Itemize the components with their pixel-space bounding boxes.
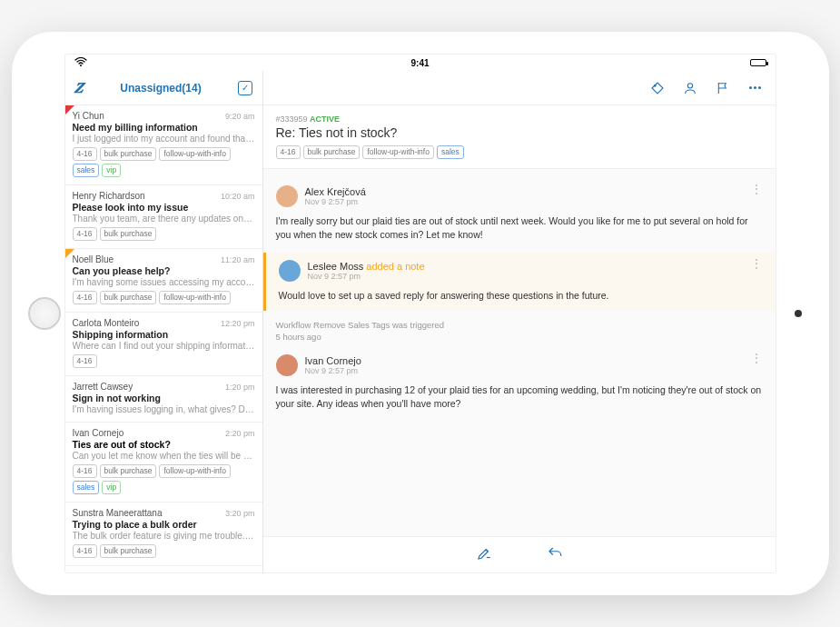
svg-point-1	[654, 85, 656, 86]
ticket-status: ACTIVE	[310, 114, 340, 124]
tag: sales	[73, 481, 100, 494]
priority-marker	[65, 249, 74, 258]
subject: Can you please help?	[73, 265, 255, 276]
conversation-item[interactable]: Noell Blue 11:20 am Can you please help?…	[65, 249, 262, 313]
message-time: Nov 9 2:57 pm	[305, 197, 366, 206]
contact-name: Sunstra Maneerattana	[73, 508, 163, 518]
preview: The bulk order feature is giving me trou…	[73, 531, 255, 541]
app-logo-icon[interactable]: 𝒁	[74, 80, 84, 96]
tag: bulk purchase	[100, 291, 157, 304]
contact-name: Ivan Cornejo	[73, 428, 124, 438]
preview: I just logged into my account and found …	[73, 134, 255, 144]
note-label: added a note	[366, 261, 424, 272]
battery-icon	[750, 59, 766, 66]
tag: follow-up-with-info	[159, 291, 231, 304]
ticket-tags: 4-16bulk purchasefollow-up-with-infosale…	[276, 145, 763, 159]
app: 𝒁 Unassigned(14) ✓ Yi Chun 9:20 am Need …	[65, 71, 776, 572]
tag: bulk purchase	[100, 147, 157, 161]
workflow-text: Workflow Remove Sales Tags was triggered	[276, 320, 445, 330]
timestamp: 11:20 am	[221, 255, 255, 264]
camera-dot	[795, 310, 802, 317]
select-mode-button[interactable]: ✓	[238, 81, 252, 95]
composer	[263, 536, 776, 572]
tag: bulk purchase	[100, 544, 157, 558]
tag: sales	[437, 145, 464, 159]
workflow-event: Workflow Remove Sales Tags was triggered…	[263, 314, 776, 347]
message-menu-icon[interactable]: ⋮	[750, 187, 763, 193]
tag: follow-up-with-info	[362, 145, 434, 159]
timestamp: 12:20 pm	[221, 319, 255, 328]
conversation-item[interactable]: Henry Richardson 10:20 am Please look in…	[65, 185, 262, 249]
conversation-item[interactable]: Sunstra Maneerattana 3:20 pm Trying to p…	[65, 503, 262, 566]
tag: bulk purchase	[100, 464, 157, 478]
tag: 4-16	[73, 544, 97, 558]
ticket-header: #333959 ACTIVE Re: Ties not in stock? 4-…	[263, 105, 776, 169]
flag-icon[interactable]	[716, 81, 730, 95]
sidebar: 𝒁 Unassigned(14) ✓ Yi Chun 9:20 am Need …	[65, 71, 263, 572]
timestamp: 9:20 am	[225, 112, 255, 121]
message-body: I was interested in purchasing 12 of you…	[276, 383, 763, 411]
assignee-icon[interactable]	[683, 81, 697, 95]
contact-name: Henry Richardson	[73, 191, 145, 201]
subject: Shipping information	[73, 329, 255, 340]
tag: 4-16	[73, 227, 97, 241]
contact-name: Yi Chun	[73, 111, 104, 121]
message-body: Would love to set up a saved reply for a…	[279, 289, 763, 303]
contact-name: Carlota Monteiro	[73, 318, 140, 328]
wifi-icon	[74, 56, 87, 69]
subject: Need my billing information	[73, 122, 255, 133]
undo-icon[interactable]	[547, 545, 563, 565]
tag-icon[interactable]	[650, 81, 665, 95]
conversation-list[interactable]: Yi Chun 9:20 am Need my billing informat…	[65, 105, 262, 572]
thread[interactable]: Alex Krejčová Nov 9 2:57 pm ⋮ I'm really…	[263, 169, 776, 536]
conversation-item[interactable]: Ivan Cornejo 2:20 pm Ties are out of sto…	[65, 423, 262, 503]
queue-title[interactable]: Unassigned(14)	[120, 82, 201, 95]
subject: Trying to place a bulk order	[73, 519, 255, 530]
compose-icon[interactable]	[476, 545, 492, 565]
subject: Sign in not working	[73, 393, 255, 403]
tag: 4-16	[73, 464, 97, 478]
tag: follow-up-with-info	[159, 464, 231, 478]
message-menu-icon[interactable]: ⋮	[750, 262, 763, 267]
contact-name: Jarrett Cawsey	[73, 382, 133, 392]
message-time: Nov 9 2:57 pm	[308, 272, 425, 281]
message-time: Nov 9 2:57 pm	[305, 366, 361, 375]
tablet-frame: 9:41 𝒁 Unassigned(14) ✓ Yi Chun 9:20 am …	[12, 32, 829, 595]
preview: Can you let me know when the ties will b…	[73, 451, 255, 461]
conversation-item[interactable]: Jarrett Cawsey 1:20 pm Sign in not worki…	[65, 376, 262, 423]
message-menu-icon[interactable]: ⋮	[750, 356, 763, 362]
more-icon[interactable]	[748, 81, 763, 95]
contact-name: Noell Blue	[73, 254, 114, 264]
ticket-meta: #333959 ACTIVE	[276, 114, 763, 124]
detail-pane: #333959 ACTIVE Re: Ties not in stock? 4-…	[263, 71, 776, 572]
conversation-item[interactable]: Carlota Monteiro 12:20 pm Shipping infor…	[65, 313, 262, 376]
tag: follow-up-with-info	[159, 147, 231, 161]
timestamp: 10:20 am	[221, 192, 255, 201]
avatar	[279, 260, 301, 282]
avatar	[276, 185, 298, 207]
status-bar: 9:41	[65, 55, 776, 71]
tag: 4-16	[73, 354, 97, 368]
ticket-id: #333959	[276, 114, 308, 124]
message: Ivan Cornejo Nov 9 2:57 pm ⋮ I was inter…	[263, 347, 776, 418]
home-button[interactable]	[28, 297, 61, 330]
sidebar-header: 𝒁 Unassigned(14) ✓	[65, 71, 262, 105]
subject: Ties are out of stock?	[73, 439, 255, 450]
tag-row: 4-16bulk purchase	[73, 544, 255, 558]
tag: 4-16	[73, 291, 97, 304]
detail-header	[263, 71, 776, 105]
message: Alex Krejčová Nov 9 2:57 pm ⋮ I'm really…	[263, 178, 776, 249]
workflow-time: 5 hours ago	[276, 332, 763, 342]
tag-row: 4-16bulk purchasefollow-up-with-info	[73, 291, 255, 304]
conversation-item[interactable]: Yi Chun 9:20 am Need my billing informat…	[65, 105, 262, 185]
preview: I'm having issues logging in, what gives…	[73, 404, 255, 414]
tag: sales	[73, 164, 100, 177]
avatar	[276, 354, 298, 376]
tag: bulk purchase	[100, 227, 157, 241]
author-name: Leslee Moss added a note	[308, 261, 425, 272]
tag: bulk purchase	[303, 145, 361, 159]
clock: 9:41	[410, 58, 429, 68]
preview: I'm having some issues accessing my acco…	[73, 277, 255, 287]
author-name: Alex Krejčová	[305, 186, 366, 197]
timestamp: 1:20 pm	[225, 383, 255, 392]
